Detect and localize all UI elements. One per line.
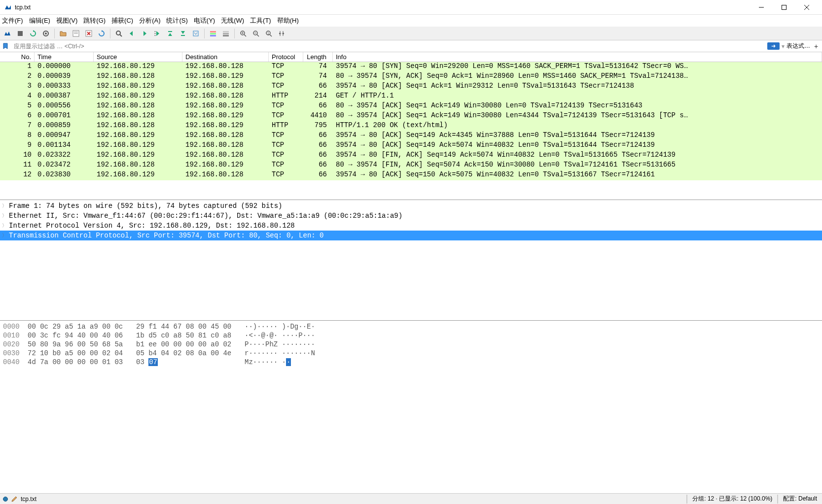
start-capture-icon[interactable]: [2, 28, 13, 39]
menu-view[interactable]: 视图(V): [56, 16, 77, 25]
menu-analyze[interactable]: 分析(A): [139, 16, 160, 25]
packet-row[interactable]: 70.000859192.168.80.128192.168.80.129HTT…: [0, 121, 822, 131]
go-forward-icon[interactable]: [139, 28, 150, 39]
zoom-reset-icon[interactable]: 1: [263, 28, 274, 39]
colorize-icon[interactable]: [208, 28, 218, 39]
col-header-time[interactable]: Time: [35, 52, 94, 62]
col-header-source[interactable]: Source: [94, 52, 182, 62]
menu-capture[interactable]: 捕获(C): [111, 16, 133, 25]
go-back-icon[interactable]: [126, 28, 137, 39]
hex-row[interactable]: 000000 0c 29 a5 1a a9 00 0c29 f1 44 67 0…: [3, 323, 819, 332]
filter-dropdown-icon[interactable]: ▾: [782, 43, 785, 50]
menu-edit[interactable]: 编辑(E): [29, 16, 50, 25]
hex-row[interactable]: 001000 3c fc 94 40 00 40 061b d5 c0 a8 5…: [3, 332, 819, 340]
tree-node[interactable]: 〉Frame 1: 74 bytes on wire (592 bits), 7…: [0, 201, 822, 211]
restart-capture-icon[interactable]: [28, 28, 38, 39]
minimize-button[interactable]: [750, 0, 773, 15]
packet-row[interactable]: 20.000039192.168.80.128192.168.80.129TCP…: [0, 72, 822, 82]
packet-bytes-hex[interactable]: 000000 0c 29 a5 1a a9 00 0c29 f1 44 67 0…: [0, 321, 822, 493]
tree-node[interactable]: 〉Internet Protocol Version 4, Src: 192.1…: [0, 221, 822, 231]
menu-tools[interactable]: 工具(T): [250, 16, 271, 25]
capture-options-icon[interactable]: [40, 28, 51, 39]
maximize-button[interactable]: [773, 0, 795, 15]
packet-row[interactable]: 30.000333192.168.80.129192.168.80.128TCP…: [0, 82, 822, 92]
zoom-out-icon[interactable]: [250, 28, 261, 39]
svg-text:1: 1: [267, 32, 269, 35]
status-profile[interactable]: 配置: Default: [778, 495, 822, 503]
col-header-no[interactable]: No.: [0, 52, 35, 62]
menu-file[interactable]: 文件(F): [2, 16, 23, 25]
stop-capture-icon[interactable]: [15, 28, 26, 39]
menu-help[interactable]: 帮助(H): [277, 16, 299, 25]
col-header-protocol[interactable]: Protocol: [269, 52, 303, 62]
packet-time: 0.000859: [35, 121, 94, 131]
packet-row[interactable]: 80.000947192.168.80.129192.168.80.128TCP…: [0, 131, 822, 141]
col-header-info[interactable]: Info: [333, 52, 822, 62]
close-file-icon[interactable]: [83, 28, 94, 39]
expand-icon[interactable]: 〉: [2, 232, 9, 239]
packet-row[interactable]: 40.000387192.168.80.129192.168.80.128HTT…: [0, 92, 822, 101]
display-filter-input[interactable]: [12, 42, 767, 51]
packet-no: 10: [0, 151, 35, 161]
packet-destination: 192.168.80.128: [182, 82, 269, 92]
packet-row[interactable]: 90.001134192.168.80.129192.168.80.128TCP…: [0, 141, 822, 151]
resize-columns-icon[interactable]: [276, 28, 287, 39]
packet-info: 39574 → 80 [FIN, ACK] Seq=149 Ack=5074 W…: [333, 151, 822, 161]
go-last-icon[interactable]: [178, 28, 188, 39]
packet-row[interactable]: 120.023830192.168.80.129192.168.80.128TC…: [0, 170, 822, 180]
expert-info-icon[interactable]: [3, 497, 8, 502]
tree-node-label: Ethernet II, Src: Vmware_f1:44:67 (00:0c…: [9, 212, 402, 220]
go-to-packet-icon[interactable]: [152, 28, 163, 39]
col-header-destination[interactable]: Destination: [182, 52, 269, 62]
annotation-icon[interactable]: [11, 496, 18, 503]
expand-icon[interactable]: 〉: [2, 222, 9, 229]
auto-scroll-icon[interactable]: [190, 28, 201, 39]
expression-button[interactable]: 表达式…: [786, 42, 810, 50]
packet-source: 192.168.80.128: [94, 121, 182, 131]
tree-node[interactable]: 〉Ethernet II, Src: Vmware_f1:44:67 (00:0…: [0, 211, 822, 221]
packet-row[interactable]: 110.023472192.168.80.128192.168.80.129TC…: [0, 161, 822, 170]
packet-row[interactable]: 50.000556192.168.80.128192.168.80.129TCP…: [0, 101, 822, 111]
menu-statistics[interactable]: 统计(S): [166, 16, 187, 25]
colorize-2-icon[interactable]: [220, 28, 231, 39]
add-filter-button[interactable]: +: [812, 42, 820, 50]
packet-no: 2: [0, 72, 35, 82]
hex-ascii: P····PhZ ········: [245, 340, 315, 349]
bookmark-icon[interactable]: [2, 42, 10, 50]
hex-ascii: ··)····· )·Dg··E·: [245, 323, 315, 332]
expand-icon[interactable]: 〉: [2, 202, 9, 209]
menu-go[interactable]: 跳转(G): [83, 16, 106, 25]
svg-rect-24: [223, 31, 229, 33]
packet-time: 0.000039: [35, 72, 94, 82]
tree-node[interactable]: 〉Transmission Control Protocol, Src Port…: [0, 231, 822, 240]
col-header-length[interactable]: Length: [303, 52, 333, 62]
packet-row[interactable]: 60.000701192.168.80.128192.168.80.129TCP…: [0, 111, 822, 121]
zoom-in-icon[interactable]: [238, 28, 249, 39]
packet-time: 0.000947: [35, 131, 94, 141]
close-button[interactable]: [795, 0, 818, 15]
hex-row[interactable]: 003072 10 b0 a5 00 00 02 0405 b4 04 02 0…: [3, 349, 819, 358]
hex-offset: 0020: [3, 340, 28, 349]
tree-node-label: Transmission Control Protocol, Src Port:…: [9, 232, 324, 239]
packet-list[interactable]: 10.000000192.168.80.129192.168.80.128TCP…: [0, 62, 822, 200]
toolbar-separator: [54, 29, 55, 38]
hex-row[interactable]: 00404d 7a 00 00 00 00 01 0303 07Mz······…: [3, 358, 819, 367]
hex-bytes: 00 3c fc 94 40 00 40 06: [28, 332, 136, 340]
go-first-icon[interactable]: [165, 28, 176, 39]
packet-row[interactable]: 10.000000192.168.80.129192.168.80.128TCP…: [0, 62, 822, 72]
packet-details-tree[interactable]: 〉Frame 1: 74 bytes on wire (592 bits), 7…: [0, 200, 822, 321]
packet-row[interactable]: 100.023322192.168.80.129192.168.80.128TC…: [0, 151, 822, 161]
hex-row[interactable]: 002050 80 9a 96 00 50 68 5ab1 ee 00 00 0…: [3, 340, 819, 349]
packet-destination: 192.168.80.128: [182, 151, 269, 161]
packet-protocol: TCP: [269, 170, 303, 180]
expand-icon[interactable]: 〉: [2, 212, 9, 219]
open-file-icon[interactable]: [58, 28, 69, 39]
menu-wireless[interactable]: 无线(W): [221, 16, 244, 25]
toolbar-separator: [110, 29, 110, 38]
save-file-icon[interactable]: [71, 28, 81, 39]
menu-telephony[interactable]: 电话(Y): [194, 16, 215, 25]
reload-icon[interactable]: [96, 28, 107, 39]
find-packet-icon[interactable]: [113, 28, 124, 39]
packet-no: 12: [0, 170, 35, 180]
apply-filter-button[interactable]: ➜: [767, 42, 780, 50]
